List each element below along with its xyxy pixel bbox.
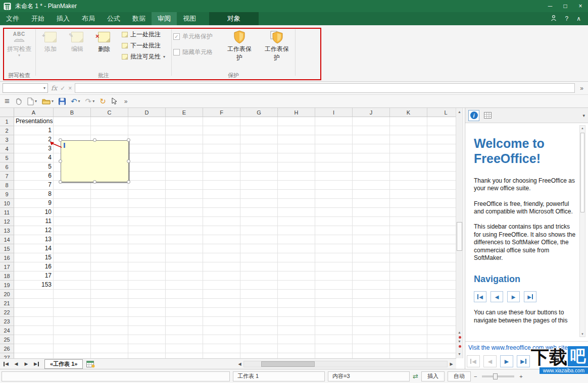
resize-handle-e[interactable]	[127, 159, 130, 163]
cell-J23[interactable]	[353, 317, 390, 326]
column-header-F[interactable]: F	[203, 108, 240, 117]
save-button[interactable]	[59, 98, 66, 105]
cell-G12[interactable]	[240, 217, 278, 226]
cell-D8[interactable]	[128, 181, 166, 190]
cell-L26[interactable]	[427, 344, 456, 353]
formula-input[interactable]	[75, 83, 575, 93]
cell-B18[interactable]	[54, 271, 91, 281]
cell-H20[interactable]	[278, 290, 315, 299]
cell-H27[interactable]	[278, 353, 315, 358]
cell-B19[interactable]	[54, 281, 91, 290]
cell-H13[interactable]	[278, 226, 315, 235]
column-header-G[interactable]: G	[240, 108, 278, 117]
cell-F18[interactable]	[203, 271, 240, 281]
cell-A13[interactable]: 12	[14, 226, 54, 235]
scroll-up-icon[interactable]: ▲	[456, 110, 463, 115]
maximize-button[interactable]: □	[558, 0, 573, 12]
close-button[interactable]: ×	[573, 0, 588, 12]
cell-H6[interactable]	[278, 162, 315, 172]
cell-B2[interactable]	[54, 126, 91, 135]
cell-D18[interactable]	[128, 271, 166, 281]
cell-B21[interactable]	[54, 299, 91, 308]
cell-L2[interactable]	[427, 126, 456, 135]
split-up-icon[interactable]: ▲	[456, 330, 463, 335]
open-file-button[interactable]: ▾	[42, 98, 54, 104]
hamburger-menu-icon[interactable]: ≡	[5, 97, 10, 105]
cell-F5[interactable]	[203, 153, 240, 162]
cell-I26[interactable]	[315, 344, 353, 353]
cell-D14[interactable]	[128, 235, 166, 244]
cell-G6[interactable]	[240, 162, 278, 172]
vertical-scrollbar[interactable]: ▲ ▲ ▼ ▼	[456, 108, 463, 358]
cell-E15[interactable]	[166, 244, 203, 253]
sheet-tab-active[interactable]: «工作表 1»	[44, 359, 83, 369]
insert-mode-field[interactable]: 插入	[421, 371, 445, 381]
cell-K16[interactable]	[390, 253, 427, 262]
cell-F8[interactable]	[203, 181, 240, 190]
cell-E12[interactable]	[166, 217, 203, 226]
cell-F19[interactable]	[203, 281, 240, 290]
cell-E24[interactable]	[166, 326, 203, 335]
horizontal-scrollbar[interactable]	[243, 361, 448, 367]
cell-H22[interactable]	[278, 308, 315, 317]
cell-F22[interactable]	[203, 308, 240, 317]
cell-K7[interactable]	[390, 172, 427, 181]
redo-button[interactable]: ↷ ▾	[85, 97, 95, 105]
cell-A3[interactable]: 2	[14, 135, 54, 144]
cell-I2[interactable]	[315, 126, 353, 135]
cell-K26[interactable]	[390, 344, 427, 353]
cell-E9[interactable]	[166, 190, 203, 199]
cell-C12[interactable]	[91, 217, 128, 226]
cell-L13[interactable]	[427, 226, 456, 235]
cell-K5[interactable]	[390, 153, 427, 162]
delete-comment-button[interactable]: × 删除	[92, 26, 116, 71]
cell-L23[interactable]	[427, 317, 456, 326]
cell-F26[interactable]	[203, 344, 240, 353]
cell-J20[interactable]	[353, 290, 390, 299]
cell-B11[interactable]	[54, 208, 91, 217]
first-sheet-button[interactable]: ◀	[1, 361, 11, 366]
cell-F10[interactable]	[203, 199, 240, 208]
cell-J10[interactable]	[353, 199, 390, 208]
cell-D13[interactable]	[128, 226, 166, 235]
nav-first-page-button-2[interactable]: ◀	[467, 355, 480, 367]
cell-L21[interactable]	[427, 299, 456, 308]
cell-F11[interactable]	[203, 208, 240, 217]
row-header-13[interactable]: 13	[0, 226, 14, 235]
menu-tab-8[interactable]: 视图	[177, 12, 202, 25]
cell-K27[interactable]	[390, 353, 427, 358]
row-header-19[interactable]: 19	[0, 281, 14, 290]
cell-H23[interactable]	[278, 317, 315, 326]
column-header-K[interactable]: K	[390, 108, 427, 117]
cell-I27[interactable]	[315, 353, 353, 358]
resize-handle-se[interactable]	[127, 180, 130, 184]
pan-tool-button[interactable]	[15, 97, 22, 105]
cell-F20[interactable]	[203, 290, 240, 299]
cell-G4[interactable]	[240, 144, 278, 153]
cell-A8[interactable]: 7	[14, 181, 54, 190]
cell-L24[interactable]	[427, 326, 456, 335]
row-header-24[interactable]: 24	[0, 326, 14, 335]
cell-B26[interactable]	[54, 344, 91, 353]
cell-G22[interactable]	[240, 308, 278, 317]
cell-G11[interactable]	[240, 208, 278, 217]
menu-tab-4[interactable]: 布局	[76, 12, 101, 25]
cell-C16[interactable]	[91, 253, 128, 262]
comment-visibility-button[interactable]: 批注可见性 ▾	[122, 53, 165, 61]
cell-D2[interactable]	[128, 126, 166, 135]
next-sheet-button[interactable]: ▶	[21, 361, 31, 366]
cell-I10[interactable]	[315, 199, 353, 208]
cell-H21[interactable]	[278, 299, 315, 308]
cell-K15[interactable]	[390, 244, 427, 253]
cell-A9[interactable]: 8	[14, 190, 54, 199]
cell-C9[interactable]	[91, 190, 128, 199]
new-sheet-button[interactable]	[86, 360, 95, 368]
select-all-corner[interactable]	[0, 108, 14, 117]
resize-handle-n[interactable]	[93, 138, 96, 142]
cell-F17[interactable]	[203, 262, 240, 271]
cell-J11[interactable]	[353, 208, 390, 217]
cell-E7[interactable]	[166, 172, 203, 181]
cell-D10[interactable]	[128, 199, 166, 208]
cell-G16[interactable]	[240, 253, 278, 262]
sidebar-scroll-thumb[interactable]	[580, 133, 584, 212]
